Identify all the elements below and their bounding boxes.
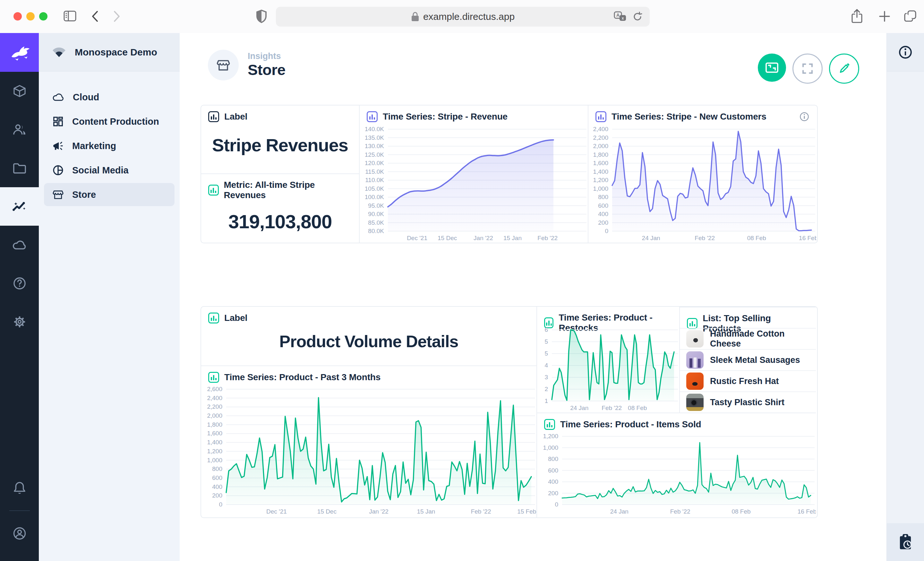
edit-dashboard-button[interactable] xyxy=(829,54,859,84)
svg-text:200: 200 xyxy=(548,490,558,497)
svg-text:Feb '22: Feb '22 xyxy=(537,235,558,241)
breadcrumb[interactable]: Insights xyxy=(248,52,285,61)
svg-text:400: 400 xyxy=(212,483,222,490)
sidebar-item-label: Store xyxy=(72,190,96,200)
info-sidebar-button[interactable] xyxy=(887,33,924,72)
svg-text:Feb '22: Feb '22 xyxy=(670,508,690,515)
product-name: Sleek Metal Sausages xyxy=(710,355,800,365)
sidebar-item-cloud[interactable]: Cloud xyxy=(44,85,174,109)
panel-chart-icon xyxy=(544,419,555,430)
svg-text:2,200: 2,200 xyxy=(593,134,608,141)
sidebar-item-label: Cloud xyxy=(73,92,99,103)
dashboard-grid-icon xyxy=(52,116,64,127)
share-icon[interactable] xyxy=(851,9,863,24)
svg-text:90.0K: 90.0K xyxy=(368,211,384,217)
svg-text:115.0K: 115.0K xyxy=(365,168,384,175)
tab-overview-icon[interactable] xyxy=(903,9,918,23)
product-thumbnail xyxy=(686,373,704,390)
svg-text:85.0K: 85.0K xyxy=(368,219,384,226)
browser-toolbar: example.directus.app Ax xyxy=(0,0,924,33)
module-files[interactable] xyxy=(0,149,39,187)
svg-text:2,400: 2,400 xyxy=(207,395,222,401)
svg-text:1,400: 1,400 xyxy=(207,439,222,446)
activity-log-button[interactable] xyxy=(887,523,924,561)
module-users[interactable] xyxy=(0,110,39,149)
svg-text:2,000: 2,000 xyxy=(207,412,222,419)
svg-text:1,000: 1,000 xyxy=(593,185,608,192)
list-item[interactable]: Tasty Plastic Shirt xyxy=(680,391,816,413)
address-bar[interactable]: example.directus.app Ax xyxy=(276,7,650,27)
url-text: example.directus.app xyxy=(423,11,514,22)
svg-text:110.0K: 110.0K xyxy=(365,177,384,183)
translate-icon[interactable]: Ax xyxy=(614,11,627,22)
sidebar-toggle-icon[interactable] xyxy=(63,10,77,22)
svg-text:15 Dec: 15 Dec xyxy=(317,508,336,515)
info-icon[interactable] xyxy=(799,112,810,122)
sidebar-item-label: Content Production xyxy=(72,117,159,127)
svg-text:5: 5 xyxy=(544,350,548,357)
svg-text:15 Feb: 15 Feb xyxy=(517,508,536,515)
list-item[interactable]: Sleek Metal Sausages xyxy=(680,349,816,370)
svg-text:3: 3 xyxy=(544,374,548,380)
list-item[interactable]: Rustic Fresh Hat xyxy=(680,370,816,391)
svg-text:4: 4 xyxy=(544,362,548,369)
svg-text:105.0K: 105.0K xyxy=(365,185,384,192)
svg-text:Feb '22: Feb '22 xyxy=(694,235,715,241)
svg-text:600: 600 xyxy=(212,474,222,481)
user-account-icon[interactable] xyxy=(0,514,39,553)
sidebar-item-content-production[interactable]: Content Production xyxy=(44,110,174,133)
storefront-icon xyxy=(216,58,230,72)
svg-text:5: 5 xyxy=(544,338,548,345)
svg-text:2,400: 2,400 xyxy=(593,126,608,132)
sidebar-item-store[interactable]: Store xyxy=(44,183,174,206)
svg-text:1,000: 1,000 xyxy=(543,444,558,451)
svg-text:120.0K: 120.0K xyxy=(365,160,384,166)
list-item[interactable]: Handmade Cotton Cheese xyxy=(680,328,816,349)
svg-text:0: 0 xyxy=(605,227,608,234)
module-help[interactable] xyxy=(0,264,39,303)
svg-text:135.0K: 135.0K xyxy=(365,134,384,141)
past-3-months-chart: 2,6002,4002,2002,0001,8001,6001,4001,200… xyxy=(201,386,536,516)
fit-view-button[interactable] xyxy=(758,54,786,82)
notifications-bell-icon[interactable] xyxy=(0,469,39,507)
dashboard-list: Cloud Content Production Marketing Socia… xyxy=(39,72,180,206)
panel-chart-icon xyxy=(596,111,606,122)
storefront-icon xyxy=(52,189,64,200)
svg-text:Jan '22: Jan '22 xyxy=(474,235,493,241)
svg-text:Jan '22: Jan '22 xyxy=(369,508,388,515)
svg-text:600: 600 xyxy=(598,202,608,209)
svg-text:08 Feb: 08 Feb xyxy=(747,235,766,241)
back-button[interactable] xyxy=(91,10,99,22)
svg-text:95.0K: 95.0K xyxy=(368,202,384,209)
zoom-window-button[interactable] xyxy=(39,12,48,21)
svg-text:2,000: 2,000 xyxy=(593,143,608,150)
directus-logo[interactable] xyxy=(0,33,39,72)
header-actions xyxy=(758,54,859,84)
panel-list-icon xyxy=(687,318,698,329)
panel-label-stripe: Label Stripe Revenues xyxy=(201,105,359,174)
svg-text:800: 800 xyxy=(548,456,558,462)
svg-text:2,200: 2,200 xyxy=(207,403,222,410)
sidebar-item-social-media[interactable]: Social Media xyxy=(44,159,174,182)
svg-text:Feb '22: Feb '22 xyxy=(602,405,622,411)
close-window-button[interactable] xyxy=(14,12,22,21)
svg-text:0: 0 xyxy=(219,501,222,508)
module-content[interactable] xyxy=(0,72,39,110)
module-insights[interactable] xyxy=(0,187,39,226)
reload-icon[interactable] xyxy=(632,12,643,22)
svg-text:130.0K: 130.0K xyxy=(365,143,384,150)
project-header[interactable]: Monospace Demo xyxy=(39,33,180,72)
module-cloud[interactable] xyxy=(0,226,39,264)
privacy-shield-icon[interactable] xyxy=(255,9,268,24)
panel-group-product: Label Product Volume Details Time Series… xyxy=(201,306,818,518)
svg-text:800: 800 xyxy=(212,465,222,472)
right-sidebar xyxy=(886,33,924,561)
minimize-window-button[interactable] xyxy=(26,12,34,21)
fullscreen-button[interactable] xyxy=(792,54,823,84)
items-sold-chart: 1,2001,000800600400200024 JanFeb '2208 F… xyxy=(537,433,816,516)
forward-button[interactable] xyxy=(113,10,121,22)
sidebar-item-marketing[interactable]: Marketing xyxy=(44,134,174,157)
new-tab-icon[interactable] xyxy=(879,10,891,22)
page-header: Insights Store xyxy=(208,50,285,81)
module-settings[interactable] xyxy=(0,303,39,341)
